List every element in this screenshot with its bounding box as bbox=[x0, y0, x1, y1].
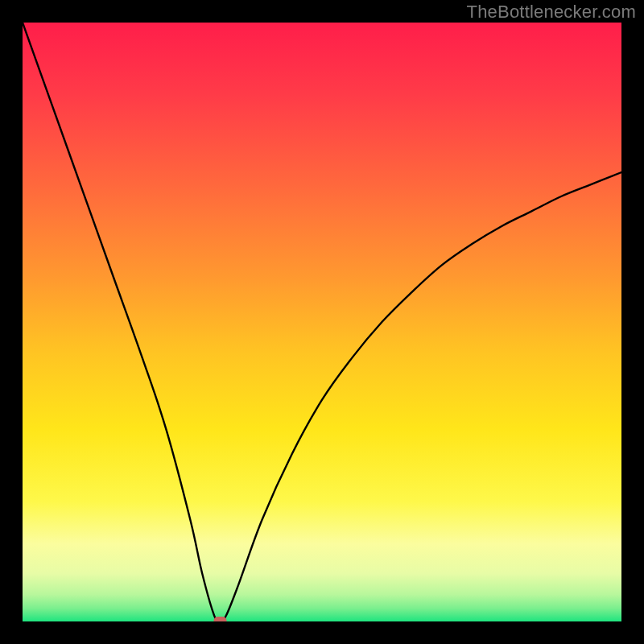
optimal-marker bbox=[214, 617, 227, 621]
chart-frame: TheBottlenecker.com bbox=[0, 0, 644, 644]
watermark-text: TheBottlenecker.com bbox=[467, 2, 636, 23]
gradient-background bbox=[23, 23, 621, 621]
plot-area bbox=[23, 23, 621, 621]
bottleneck-chart bbox=[23, 23, 621, 621]
